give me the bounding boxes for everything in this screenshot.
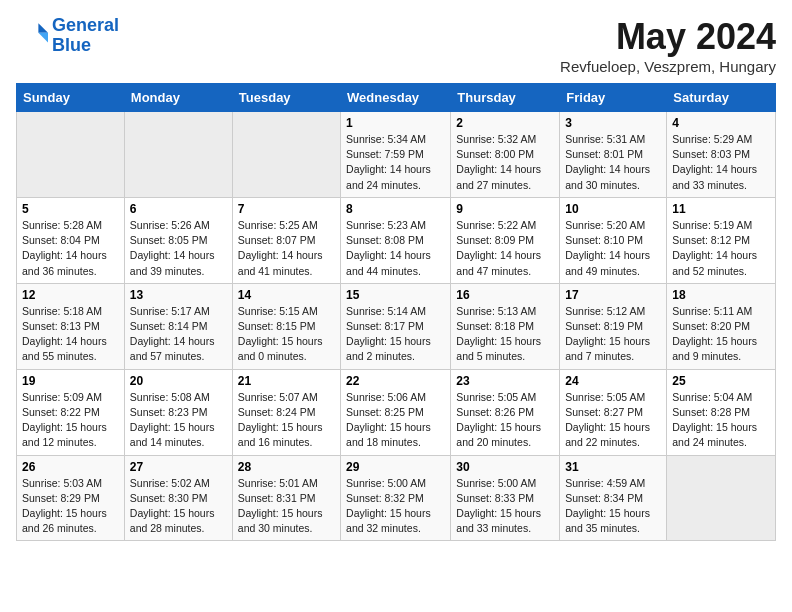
day-number: 4 <box>672 116 770 130</box>
calendar-cell: 19Sunrise: 5:09 AM Sunset: 8:22 PM Dayli… <box>17 369 125 455</box>
weekday-header-thursday: Thursday <box>451 84 560 112</box>
day-info: Sunrise: 5:02 AM Sunset: 8:30 PM Dayligh… <box>130 476 227 537</box>
calendar-cell: 7Sunrise: 5:25 AM Sunset: 8:07 PM Daylig… <box>232 197 340 283</box>
day-info: Sunrise: 5:28 AM Sunset: 8:04 PM Dayligh… <box>22 218 119 279</box>
calendar-cell: 28Sunrise: 5:01 AM Sunset: 8:31 PM Dayli… <box>232 455 340 541</box>
day-info: Sunrise: 5:20 AM Sunset: 8:10 PM Dayligh… <box>565 218 661 279</box>
day-number: 12 <box>22 288 119 302</box>
day-info: Sunrise: 5:15 AM Sunset: 8:15 PM Dayligh… <box>238 304 335 365</box>
day-number: 24 <box>565 374 661 388</box>
day-number: 23 <box>456 374 554 388</box>
calendar-cell: 27Sunrise: 5:02 AM Sunset: 8:30 PM Dayli… <box>124 455 232 541</box>
calendar-cell: 14Sunrise: 5:15 AM Sunset: 8:15 PM Dayli… <box>232 283 340 369</box>
logo: General Blue <box>16 16 119 56</box>
day-info: Sunrise: 5:06 AM Sunset: 8:25 PM Dayligh… <box>346 390 445 451</box>
calendar-cell <box>17 112 125 198</box>
day-info: Sunrise: 5:09 AM Sunset: 8:22 PM Dayligh… <box>22 390 119 451</box>
day-info: Sunrise: 5:18 AM Sunset: 8:13 PM Dayligh… <box>22 304 119 365</box>
calendar-table: SundayMondayTuesdayWednesdayThursdayFrid… <box>16 83 776 541</box>
calendar-cell: 8Sunrise: 5:23 AM Sunset: 8:08 PM Daylig… <box>341 197 451 283</box>
day-info: Sunrise: 5:22 AM Sunset: 8:09 PM Dayligh… <box>456 218 554 279</box>
day-number: 29 <box>346 460 445 474</box>
day-info: Sunrise: 5:00 AM Sunset: 8:33 PM Dayligh… <box>456 476 554 537</box>
weekday-header-monday: Monday <box>124 84 232 112</box>
day-number: 26 <box>22 460 119 474</box>
calendar-cell: 1Sunrise: 5:34 AM Sunset: 7:59 PM Daylig… <box>341 112 451 198</box>
day-info: Sunrise: 4:59 AM Sunset: 8:34 PM Dayligh… <box>565 476 661 537</box>
calendar-cell: 22Sunrise: 5:06 AM Sunset: 8:25 PM Dayli… <box>341 369 451 455</box>
day-number: 19 <box>22 374 119 388</box>
calendar-cell <box>232 112 340 198</box>
calendar-cell: 13Sunrise: 5:17 AM Sunset: 8:14 PM Dayli… <box>124 283 232 369</box>
calendar-cell <box>667 455 776 541</box>
day-info: Sunrise: 5:11 AM Sunset: 8:20 PM Dayligh… <box>672 304 770 365</box>
logo-icon <box>16 20 48 52</box>
day-info: Sunrise: 5:03 AM Sunset: 8:29 PM Dayligh… <box>22 476 119 537</box>
day-info: Sunrise: 5:32 AM Sunset: 8:00 PM Dayligh… <box>456 132 554 193</box>
calendar-week-row: 5Sunrise: 5:28 AM Sunset: 8:04 PM Daylig… <box>17 197 776 283</box>
calendar-cell: 2Sunrise: 5:32 AM Sunset: 8:00 PM Daylig… <box>451 112 560 198</box>
page-header: General Blue May 2024 Revfueloep, Veszpr… <box>16 16 776 75</box>
day-info: Sunrise: 5:26 AM Sunset: 8:05 PM Dayligh… <box>130 218 227 279</box>
calendar-cell: 24Sunrise: 5:05 AM Sunset: 8:27 PM Dayli… <box>560 369 667 455</box>
day-info: Sunrise: 5:05 AM Sunset: 8:26 PM Dayligh… <box>456 390 554 451</box>
day-number: 7 <box>238 202 335 216</box>
day-number: 30 <box>456 460 554 474</box>
day-number: 2 <box>456 116 554 130</box>
day-info: Sunrise: 5:04 AM Sunset: 8:28 PM Dayligh… <box>672 390 770 451</box>
day-number: 18 <box>672 288 770 302</box>
day-info: Sunrise: 5:01 AM Sunset: 8:31 PM Dayligh… <box>238 476 335 537</box>
day-info: Sunrise: 5:25 AM Sunset: 8:07 PM Dayligh… <box>238 218 335 279</box>
day-info: Sunrise: 5:12 AM Sunset: 8:19 PM Dayligh… <box>565 304 661 365</box>
calendar-cell: 25Sunrise: 5:04 AM Sunset: 8:28 PM Dayli… <box>667 369 776 455</box>
day-info: Sunrise: 5:13 AM Sunset: 8:18 PM Dayligh… <box>456 304 554 365</box>
calendar-cell: 30Sunrise: 5:00 AM Sunset: 8:33 PM Dayli… <box>451 455 560 541</box>
calendar-week-row: 26Sunrise: 5:03 AM Sunset: 8:29 PM Dayli… <box>17 455 776 541</box>
day-info: Sunrise: 5:08 AM Sunset: 8:23 PM Dayligh… <box>130 390 227 451</box>
calendar-cell: 11Sunrise: 5:19 AM Sunset: 8:12 PM Dayli… <box>667 197 776 283</box>
weekday-header-friday: Friday <box>560 84 667 112</box>
day-number: 6 <box>130 202 227 216</box>
day-number: 8 <box>346 202 445 216</box>
calendar-cell: 5Sunrise: 5:28 AM Sunset: 8:04 PM Daylig… <box>17 197 125 283</box>
calendar-cell: 10Sunrise: 5:20 AM Sunset: 8:10 PM Dayli… <box>560 197 667 283</box>
weekday-header-tuesday: Tuesday <box>232 84 340 112</box>
weekday-header-sunday: Sunday <box>17 84 125 112</box>
day-number: 20 <box>130 374 227 388</box>
day-number: 10 <box>565 202 661 216</box>
day-number: 11 <box>672 202 770 216</box>
day-number: 13 <box>130 288 227 302</box>
day-info: Sunrise: 5:17 AM Sunset: 8:14 PM Dayligh… <box>130 304 227 365</box>
day-number: 21 <box>238 374 335 388</box>
day-number: 3 <box>565 116 661 130</box>
day-info: Sunrise: 5:05 AM Sunset: 8:27 PM Dayligh… <box>565 390 661 451</box>
calendar-cell: 29Sunrise: 5:00 AM Sunset: 8:32 PM Dayli… <box>341 455 451 541</box>
calendar-week-row: 19Sunrise: 5:09 AM Sunset: 8:22 PM Dayli… <box>17 369 776 455</box>
title-block: May 2024 Revfueloep, Veszprem, Hungary <box>560 16 776 75</box>
day-info: Sunrise: 5:34 AM Sunset: 7:59 PM Dayligh… <box>346 132 445 193</box>
calendar-week-row: 12Sunrise: 5:18 AM Sunset: 8:13 PM Dayli… <box>17 283 776 369</box>
day-info: Sunrise: 5:07 AM Sunset: 8:24 PM Dayligh… <box>238 390 335 451</box>
calendar-week-row: 1Sunrise: 5:34 AM Sunset: 7:59 PM Daylig… <box>17 112 776 198</box>
calendar-cell <box>124 112 232 198</box>
day-number: 31 <box>565 460 661 474</box>
day-number: 25 <box>672 374 770 388</box>
day-info: Sunrise: 5:29 AM Sunset: 8:03 PM Dayligh… <box>672 132 770 193</box>
calendar-cell: 31Sunrise: 4:59 AM Sunset: 8:34 PM Dayli… <box>560 455 667 541</box>
day-number: 14 <box>238 288 335 302</box>
location: Revfueloep, Veszprem, Hungary <box>560 58 776 75</box>
day-number: 16 <box>456 288 554 302</box>
calendar-cell: 12Sunrise: 5:18 AM Sunset: 8:13 PM Dayli… <box>17 283 125 369</box>
day-number: 15 <box>346 288 445 302</box>
calendar-cell: 21Sunrise: 5:07 AM Sunset: 8:24 PM Dayli… <box>232 369 340 455</box>
weekday-header-row: SundayMondayTuesdayWednesdayThursdayFrid… <box>17 84 776 112</box>
day-number: 1 <box>346 116 445 130</box>
day-number: 17 <box>565 288 661 302</box>
day-number: 5 <box>22 202 119 216</box>
calendar-cell: 16Sunrise: 5:13 AM Sunset: 8:18 PM Dayli… <box>451 283 560 369</box>
day-info: Sunrise: 5:31 AM Sunset: 8:01 PM Dayligh… <box>565 132 661 193</box>
calendar-cell: 26Sunrise: 5:03 AM Sunset: 8:29 PM Dayli… <box>17 455 125 541</box>
day-info: Sunrise: 5:14 AM Sunset: 8:17 PM Dayligh… <box>346 304 445 365</box>
calendar-cell: 3Sunrise: 5:31 AM Sunset: 8:01 PM Daylig… <box>560 112 667 198</box>
weekday-header-wednesday: Wednesday <box>341 84 451 112</box>
